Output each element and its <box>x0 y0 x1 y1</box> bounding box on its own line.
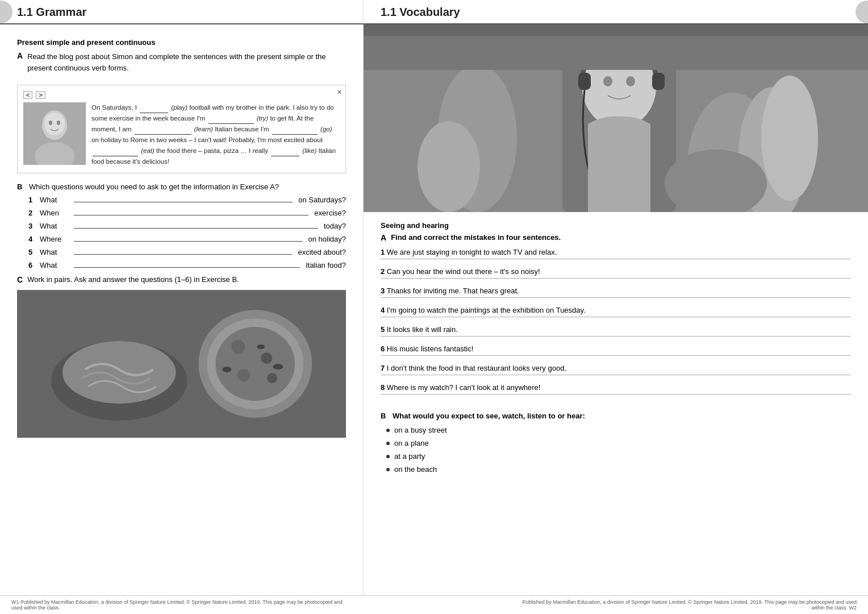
q-line-1[interactable] <box>74 202 293 202</box>
svg-point-5 <box>57 121 60 125</box>
vocab-subtitle: Seeing and hearing <box>381 221 851 230</box>
sentence-text-3: Thanks for inviting me. That hears great… <box>387 287 519 295</box>
right-panel: Seeing and hearing A Find and correct th… <box>364 24 868 595</box>
blank-2[interactable] <box>208 123 254 124</box>
bullet-dot-3 <box>386 455 390 458</box>
q-num-3: 3 <box>28 222 36 230</box>
q-end-3: today? <box>324 222 346 230</box>
bullet-text-4: on the beach <box>394 465 437 474</box>
bullet-dot-4 <box>386 468 390 471</box>
exercise-b-label: B <box>17 182 22 191</box>
sentence-item-4: 4 I'm going to watch the paintings at th… <box>381 306 851 317</box>
blank-5[interactable] <box>93 156 138 156</box>
sentence-line-5[interactable] <box>381 336 851 337</box>
sentence-item-1: 1 We are just staying in tonight to watc… <box>381 248 851 259</box>
q-word-3: What <box>40 222 68 230</box>
nav-forward-button[interactable]: > <box>36 91 45 99</box>
sentences-container: 1 We are just staying in tonight to watc… <box>381 248 851 403</box>
footer-left: W1 Published by Macmillan Education, a d… <box>11 599 352 611</box>
q-end-4: on holiday? <box>308 235 347 243</box>
blank-3[interactable] <box>135 134 191 135</box>
exercise-b-instruction: Which questions would you need to ask to… <box>29 182 279 191</box>
sentence-text-1: We are just staying in tonight to watch … <box>387 248 557 256</box>
bullet-text-3: at a party <box>394 452 425 460</box>
right-section-title: 1.1 Vocabulary <box>381 6 460 18</box>
q-line-4[interactable] <box>74 241 303 242</box>
svg-point-30 <box>418 121 480 212</box>
sentence-line-4[interactable] <box>381 317 851 317</box>
sentence-item-2: 2 Can you hear the wind out there – it's… <box>381 267 851 279</box>
sentence-line-7[interactable] <box>381 375 851 375</box>
blank-4[interactable] <box>272 134 318 135</box>
footer-right: Published by Macmillan Education, a divi… <box>516 599 857 611</box>
deco-circle-left <box>0 1 12 23</box>
q-word-4: Where <box>40 235 68 243</box>
right-top-image <box>364 24 868 212</box>
q-line-2[interactable] <box>74 215 308 215</box>
q-end-5: excited about? <box>298 248 346 256</box>
q-line-5[interactable] <box>74 254 292 255</box>
svg-point-13 <box>261 352 272 364</box>
svg-rect-33 <box>364 24 868 36</box>
sentence-line-1[interactable] <box>381 259 851 259</box>
bullet-text-2: on a plane <box>394 439 429 447</box>
sentence-line-6[interactable] <box>381 355 851 356</box>
bullet-item-1: on a busy street <box>386 426 851 434</box>
left-panel: Present simple and present continuous A … <box>0 24 364 595</box>
vocab-exercise-b-instruction: What would you expect to see, watch, lis… <box>393 412 585 420</box>
q-end-6: Italian food? <box>306 261 346 269</box>
sentence-line-3[interactable] <box>381 297 851 298</box>
q-word-1: What <box>40 196 68 204</box>
q-end-2: exercise? <box>314 209 346 217</box>
q-line-6[interactable] <box>74 267 300 268</box>
q-num-5: 5 <box>28 248 36 256</box>
exercise-b-container: B Which questions would you need to ask … <box>17 182 346 191</box>
blog-text: On Saturdays, I (play) football with my … <box>91 102 340 167</box>
vocab-exercise-a-header: A Find and correct the mistakes in four … <box>381 233 851 242</box>
footer: W1 Published by Macmillan Education, a d… <box>0 595 868 614</box>
sentence-line-2[interactable] <box>381 278 851 279</box>
right-header-bar: 1.1 Vocabulary <box>364 0 868 24</box>
top-header: 1.1 Grammar 1.1 Vocabulary <box>0 0 868 24</box>
food-image <box>17 290 346 438</box>
svg-point-22 <box>761 76 818 201</box>
bullet-item-4: on the beach <box>386 465 851 474</box>
sentence-item-7: 7 I don't think the food in that restaur… <box>381 364 851 375</box>
blog-content: On Saturdays, I (play) football with my … <box>23 102 340 167</box>
bullet-list: on a busy street on a plane at a party o… <box>381 426 851 474</box>
bullet-item-3: at a party <box>386 452 851 460</box>
question-item-4: 4 Where on holiday? <box>28 235 346 243</box>
left-section-title: 1.1 Grammar <box>17 6 86 18</box>
svg-point-18 <box>273 364 283 370</box>
q-word-6: What <box>40 261 68 269</box>
vocab-exercise-b-label: B <box>381 412 386 420</box>
blog-image <box>23 102 86 165</box>
exercise-c-container: C Work in pairs. Ask and answer the ques… <box>17 275 346 284</box>
grammar-subtitle: Present simple and present continuous <box>17 38 346 47</box>
svg-rect-28 <box>652 73 665 90</box>
svg-point-9 <box>215 327 295 401</box>
sentence-item-3: 3 Thanks for inviting me. That hears gre… <box>381 287 851 298</box>
svg-point-25 <box>603 76 612 86</box>
sentence-item-6: 6 His music listens fantastic! <box>381 345 851 356</box>
q-word-2: When <box>40 209 68 217</box>
deco-circle-right <box>856 1 868 23</box>
exercise-a-instruction: Read the blog post about Simon and compl… <box>27 51 346 73</box>
sentence-item-8: 8 Where is my watch? I can't look at it … <box>381 383 851 395</box>
exercise-c-instruction: Work in pairs. Ask and answer the questi… <box>27 275 239 284</box>
close-button[interactable]: ✕ <box>337 89 342 96</box>
q-line-3[interactable] <box>74 228 318 229</box>
blank-6[interactable] <box>271 156 299 156</box>
sentence-text-7: I don't think the food in that restauran… <box>387 364 566 372</box>
svg-point-12 <box>231 340 245 354</box>
svg-point-17 <box>257 345 265 349</box>
nav-back-button[interactable]: < <box>23 91 32 99</box>
sentence-text-4: I'm going to watch the paintings at the … <box>387 306 586 314</box>
bullet-dot-2 <box>386 442 390 445</box>
blog-box: < > ✕ On <box>17 85 346 173</box>
sentence-line-8[interactable] <box>381 394 851 395</box>
page-container: Present simple and present continuous A … <box>0 24 868 595</box>
question-item-5: 5 What excited about? <box>28 248 346 256</box>
exercise-c-label: C <box>17 275 23 284</box>
blank-1[interactable] <box>140 113 168 113</box>
